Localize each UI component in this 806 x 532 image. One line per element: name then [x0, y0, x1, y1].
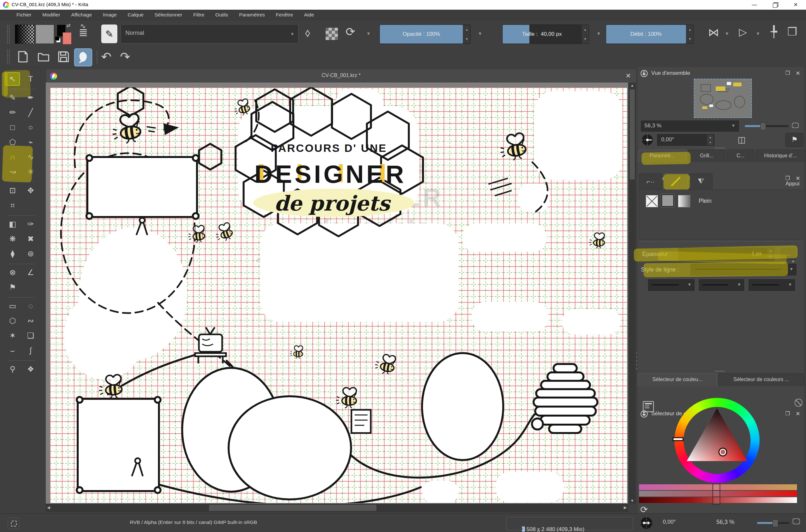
fill-tool[interactable]: ⧫	[5, 247, 20, 261]
toolbar-grip[interactable]	[6, 49, 10, 65]
menu-item-filtre[interactable]: Filtre	[188, 10, 210, 20]
mirror-vertical-icon[interactable]: ▷	[739, 26, 747, 38]
overview-zoom-dropdown[interactable]: 56,3 % ▼	[640, 120, 740, 132]
toolbar-grip[interactable]	[6, 24, 10, 43]
image-dimensions-field[interactable]: 3 508 x 2 480 (409,3 Mio)	[506, 517, 633, 530]
enclose-fill-tool[interactable]: ⊚	[23, 247, 38, 261]
wraparound-mode-icon[interactable]: ╄	[770, 25, 777, 38]
blend-mode-dropdown[interactable]: Normal ▼	[120, 24, 299, 43]
menu-item-affichage[interactable]: Affichage	[66, 10, 97, 20]
selector-settings-icon[interactable]	[643, 401, 654, 412]
document-window-titlebar[interactable]: CV-CB_001.krz * ✕	[46, 69, 636, 83]
scroll-left-icon[interactable]: ◀	[47, 505, 50, 510]
polyline-tool[interactable]: ⌁	[23, 135, 38, 149]
tab-fill-bucket[interactable]: ⧨	[689, 173, 712, 190]
close-button[interactable]: ✕	[785, 0, 806, 10]
saturation-triangle[interactable]	[684, 407, 751, 474]
reference-images-tool[interactable]: ⚑	[5, 281, 20, 294]
ellipse-tool[interactable]: ○	[23, 120, 38, 134]
color-sampler-tool[interactable]: ✑	[23, 217, 38, 231]
bezier-curve-tool[interactable]: ∩	[5, 150, 20, 164]
gradient-tool[interactable]: ◧	[5, 217, 20, 231]
mirror-horizontal-icon[interactable]: ⋈	[708, 26, 719, 39]
rect-select-tool[interactable]: ▭	[5, 299, 20, 313]
overview-zoom-slider[interactable]	[745, 125, 789, 127]
similar-select-tool[interactable]: ✶	[5, 329, 20, 342]
new-document-button[interactable]	[16, 49, 30, 64]
move-tool[interactable]: ✥	[23, 184, 38, 197]
opacity-slider[interactable]: Opacité : 100%	[380, 24, 463, 44]
swap-colors-icon[interactable]: ⇄	[66, 23, 71, 28]
docker-tab-0[interactable]: Paramètr...	[638, 150, 687, 162]
redo-button[interactable]: ↷	[120, 50, 130, 64]
select-shapes-tool[interactable]: ↖	[5, 72, 20, 86]
tool-options-docker-header[interactable]: Paramètres de l'outil ❐ ✕	[638, 173, 804, 184]
chevron-down-icon[interactable]: ▼	[596, 31, 601, 36]
multibrush-tool[interactable]: ✳	[23, 165, 38, 178]
transform-tool[interactable]: ⊡	[5, 184, 20, 197]
pin-docker-button[interactable]: ⚑	[785, 133, 803, 147]
chevron-down-icon[interactable]: ▼	[756, 31, 760, 36]
freehand-brush-tool[interactable]: ✏	[5, 106, 20, 119]
opacity-spinner[interactable]: ▲▼	[463, 24, 471, 44]
menu-item-paramtres[interactable]: Paramètres	[233, 10, 270, 20]
preserve-alpha-icon[interactable]	[326, 28, 338, 40]
canvas-artwork[interactable]: PARCOURS D' UNE DESIGNER de projets	[50, 88, 627, 503]
thickness-spinner[interactable]: ▲▼	[767, 248, 774, 259]
gradient-bar-saturation[interactable]	[639, 491, 797, 496]
menu-item-modifier[interactable]: Modifier	[37, 10, 66, 20]
workspace-chooser-icon[interactable]: ❐	[787, 25, 797, 38]
close-docker-icon[interactable]: ✕	[796, 411, 800, 417]
menu-item-fentre[interactable]: Fenêtre	[270, 10, 299, 20]
docker-tab-2[interactable]: C...	[727, 150, 754, 162]
fill-solid-swatch[interactable]	[661, 194, 674, 207]
line-mid-dropdown[interactable]: ▼	[698, 279, 745, 291]
zoom-status-slider[interactable]	[757, 522, 789, 524]
menu-item-aide[interactable]: Aide	[299, 10, 320, 20]
freehand-select-tool[interactable]: ∾	[23, 314, 38, 328]
open-document-button[interactable]	[36, 49, 51, 64]
fit-screen-icon[interactable]: 🖵	[792, 121, 799, 130]
float-docker-icon[interactable]: ❐	[785, 411, 790, 417]
horizontal-scroll-thumb[interactable]	[209, 504, 377, 511]
slider-handle[interactable]	[772, 519, 778, 527]
calligraphy-tool[interactable]: ✒	[23, 91, 38, 104]
drag-handle-dots[interactable]: ▪▪▪▪▪▪	[715, 146, 725, 150]
eraser-mode-icon[interactable]: ⬨	[305, 26, 310, 39]
tab-color-selector[interactable]: Sélecteur de couleu...	[638, 373, 717, 386]
scroll-up-icon[interactable]: ▲	[630, 83, 634, 88]
fit-screen-icon[interactable]: 🖵	[792, 517, 800, 526]
canvas-rotation-icon[interactable]	[641, 133, 654, 148]
hue-ring[interactable]	[674, 398, 760, 483]
mirror-view-icon[interactable]: ◫	[738, 135, 746, 145]
menu-item-image[interactable]: Image	[97, 10, 122, 20]
rotation-status-icon[interactable]	[640, 516, 653, 531]
rectangle-tool[interactable]: □	[5, 120, 20, 134]
edit-shapes-tool[interactable]: ✎	[5, 91, 20, 104]
rotation-spinner[interactable]: ▲▼	[707, 135, 713, 145]
overview-docker-header[interactable]: Vue d'ensemble ❐ ✕	[638, 68, 804, 79]
assistants-tool[interactable]: ⊗	[5, 266, 20, 279]
lock-icon[interactable]	[640, 70, 648, 79]
size-spinner[interactable]: ▲▼	[581, 24, 589, 44]
flow-slider[interactable]: Débit : 100%	[606, 24, 686, 44]
zoom-tool[interactable]: ⚲	[5, 362, 20, 376]
chevron-down-icon[interactable]: ▼	[478, 31, 482, 36]
freehand-path-tool[interactable]: ∿	[23, 150, 38, 164]
flow-spinner[interactable]: ▲▼	[686, 24, 694, 44]
vertical-scrollbar[interactable]: ▲ ▼	[629, 82, 636, 504]
close-docker-icon[interactable]: ✕	[796, 70, 800, 77]
crop-tool[interactable]: ⌗	[5, 198, 20, 212]
menu-item-slectionner[interactable]: Sélectionner	[149, 10, 188, 20]
line-tool[interactable]: ╱	[23, 106, 38, 119]
brush-editor-icon[interactable]: ✎	[101, 24, 117, 43]
menu-item-fichier[interactable]: Fichier	[11, 10, 37, 20]
magnetic-select-tool[interactable]: ∫	[23, 344, 38, 357]
thickness-field[interactable]: 1 px ▲▼	[678, 247, 775, 261]
polygon-select-tool[interactable]: ⬡	[5, 314, 20, 328]
docker-tab-3[interactable]: Historique d'...	[756, 150, 805, 162]
float-docker-icon[interactable]: ❐	[785, 70, 790, 76]
text-tool[interactable]: T	[23, 72, 38, 86]
restore-button[interactable]	[765, 0, 785, 10]
docker-tab-1[interactable]: Grill...	[688, 150, 725, 162]
